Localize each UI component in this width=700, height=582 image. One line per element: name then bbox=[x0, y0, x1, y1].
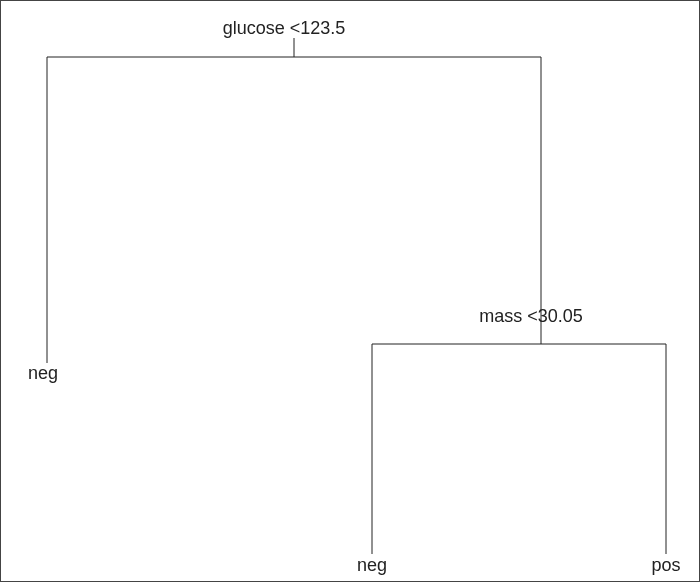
decision-tree-diagram: glucose <123.5 neg mass <30.05 neg pos bbox=[0, 0, 700, 582]
leaf-right-right-label: pos bbox=[651, 556, 680, 574]
leaf-right-left-label: neg bbox=[357, 556, 387, 574]
root-split-label: glucose <123.5 bbox=[223, 19, 346, 37]
leaf-left-label: neg bbox=[28, 364, 58, 382]
tree-edges bbox=[1, 1, 700, 582]
right-split-label: mass <30.05 bbox=[479, 307, 583, 325]
